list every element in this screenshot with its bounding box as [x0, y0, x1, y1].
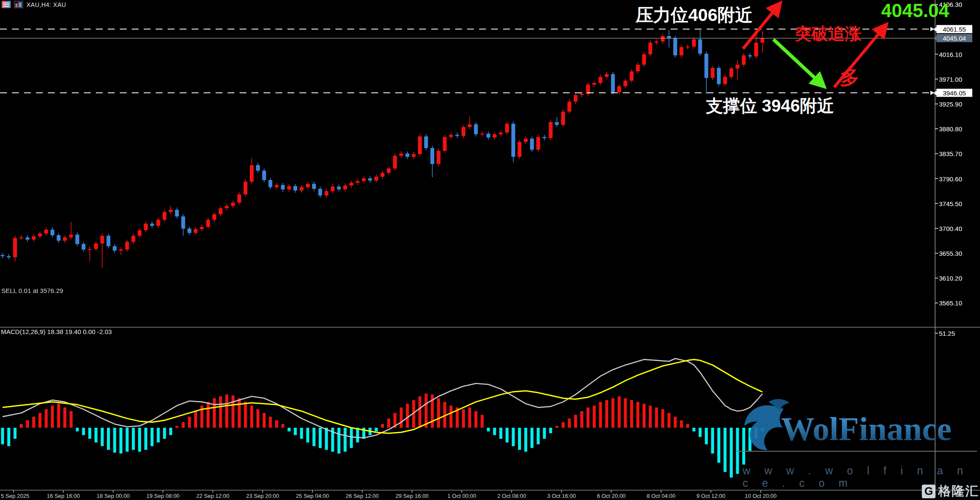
- annotation-arrows: [743, 4, 885, 87]
- open-position-label: SELL 0.01 at 3576.29: [1, 287, 63, 294]
- price-tick-label: 3835.70: [939, 150, 962, 157]
- time-tick-label: 1 Oct 00:00: [447, 493, 476, 499]
- time-tick-label: 5 Sep 2025: [1, 493, 30, 499]
- time-tick-label: 26 Sep 12:00: [346, 493, 379, 499]
- long-annotation: 多: [840, 64, 859, 91]
- resistance-price-label: 4061.55: [936, 25, 972, 33]
- price-tick-label: 3610.20: [939, 275, 962, 282]
- time-tick-label: 16 Sep 16:00: [47, 493, 80, 499]
- price-callout-annotation: 4045.04: [881, 0, 949, 21]
- green-down-arrow: [773, 39, 823, 86]
- time-tick-label: 22 Sep 12:00: [196, 493, 229, 499]
- time-tick-label: 8 Oct 04:00: [647, 493, 675, 499]
- price-tick-label: 3655.30: [939, 250, 962, 257]
- time-tick-label: 19 Sep 08:00: [146, 493, 179, 499]
- price-tick-label: 3745.50: [939, 200, 962, 207]
- price-tick-label: 4016.10: [939, 50, 962, 58]
- chart-title-bar: XAU,H4: XAU: [2, 1, 66, 8]
- price-tick-label: 3565.10: [939, 299, 962, 307]
- price-tick-label: 3925.90: [939, 101, 962, 108]
- gelonghui-logo-text: 格隆汇: [938, 482, 979, 500]
- bar-chart-icon: [14, 1, 23, 8]
- time-tick-label: 29 Sep 16:00: [396, 493, 429, 499]
- mt4-chart-window: XAU,H4: XAU SELL 0.01 at 3576.29 MACD(12…: [0, 0, 980, 500]
- macd-scale-label: 51.25: [939, 330, 955, 337]
- gelonghui-logo-icon: G: [922, 485, 936, 498]
- chart-grid-icon: [2, 1, 11, 8]
- candlestick-series: [1, 30, 764, 268]
- chart-symbol-title: XAU,H4: XAU: [27, 1, 66, 8]
- macd-indicator: [1, 358, 764, 477]
- time-tick-label: 9 Oct 12:00: [696, 493, 725, 499]
- support-annotation: 支撑位 3946附近: [706, 94, 834, 118]
- time-tick-label: 6 Oct 20:00: [597, 493, 625, 499]
- time-tick-label: 3 Oct 16:00: [547, 493, 576, 499]
- breakout-annotation: 突破追涨: [795, 22, 862, 45]
- time-tick-label: 2 Oct 08:00: [497, 493, 526, 499]
- time-tick-label: 23 Sep 20:00: [246, 493, 279, 499]
- time-tick-label: 18 Sep 00:00: [97, 493, 130, 499]
- time-tick-label: 25 Sep 04:00: [296, 493, 329, 499]
- price-tick-label: 3880.80: [939, 125, 962, 133]
- macd-indicator-label: MACD(12,26,9) 18.38 19.40 0.00 -2.03: [1, 328, 112, 335]
- price-tick-label: 3790.60: [939, 175, 962, 182]
- resistance-annotation: 压力位406附近: [636, 3, 752, 27]
- current-price-label: 4045.04: [936, 34, 972, 42]
- price-tick-label: 3700.40: [939, 225, 962, 232]
- time-axis[interactable]: 5 Sep 202516 Sep 16:0018 Sep 00:0019 Sep…: [0, 490, 980, 500]
- gelonghui-logo: G 格隆汇: [922, 482, 979, 500]
- watermark-brand: WolFinance: [781, 410, 952, 448]
- price-axis[interactable]: 4106.304016.103971.003925.903880.803835.…: [935, 0, 980, 490]
- price-tick-label: 3971.00: [939, 75, 962, 83]
- time-tick-label: 10 Oct 20:00: [745, 493, 776, 499]
- support-price-label: 3946.05: [936, 89, 972, 97]
